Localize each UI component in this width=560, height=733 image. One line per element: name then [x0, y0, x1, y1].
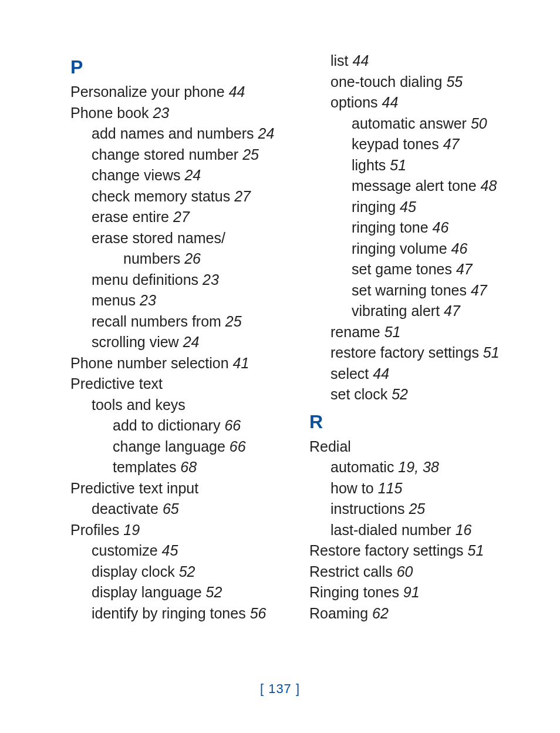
index-entry-page: 47 — [444, 302, 460, 319]
index-entry-text: Phone number selection — [70, 355, 229, 371]
index-entry: tools and keys — [70, 395, 286, 416]
index-entry-page: 51 — [468, 542, 484, 559]
index-entry-page: 46 — [433, 219, 449, 236]
index-entry-page: 19, 38 — [398, 459, 439, 475]
index-entry-page: 46 — [451, 240, 468, 257]
index-entry: one-touch dialing 55 — [309, 72, 525, 93]
index-entry: message alert tone 48 — [309, 176, 525, 197]
index-entry-line: ringing volume 46 — [309, 238, 525, 260]
index-entry: Personalize your phone 44 — [70, 82, 286, 103]
index-entry-page: 68 — [180, 459, 197, 475]
index-entry-line: display language 52 — [70, 582, 286, 603]
index-entry-line: change stored number 25 — [70, 144, 286, 166]
index-entry-text: list — [330, 52, 349, 69]
index-entry-line: Phone number selection 41 — [70, 353, 286, 374]
index-entry-text: how to — [330, 480, 374, 496]
index-entry-line: erase entire 27 — [70, 207, 286, 228]
index-entry: vibrating alert 47 — [309, 301, 525, 322]
index-entry-line: Personalize your phone 44 — [70, 82, 286, 103]
index-entry-text: customize — [92, 542, 158, 559]
index-entry-text: set game tones — [352, 261, 452, 277]
index-section-letter: R — [309, 405, 525, 436]
index-entry-text: automatic — [330, 459, 394, 475]
index-entry-text: Predictive text — [70, 375, 163, 392]
page-number: [ 137 ] — [0, 680, 560, 698]
index-entry-text: menu definitions — [92, 271, 198, 288]
index-entry-line: erase stored names/ — [70, 228, 286, 249]
index-entry: ringing 45 — [309, 197, 525, 218]
index-entry-line: deactivate 65 — [70, 499, 286, 520]
index-entry-page: 55 — [446, 73, 463, 90]
index-entry-text: Predictive text input — [70, 480, 198, 496]
index-entry-line: ringing tone 46 — [309, 217, 525, 238]
index-entry-page: 44 — [229, 83, 245, 100]
index-entry-page: 62 — [372, 605, 389, 621]
index-entry: options 44 — [309, 92, 525, 113]
index-entry-text: add names and numbers — [92, 125, 254, 142]
index-entry: Redial — [309, 436, 525, 458]
index-entry: set warning tones 47 — [309, 280, 525, 301]
index-entry: keypad tones 47 — [309, 134, 525, 155]
index-entry: change views 24 — [70, 165, 286, 186]
index-entry-line: automatic 19, 38 — [309, 457, 525, 478]
index-entry-text: display clock — [92, 563, 175, 580]
index-entry: Restrict calls 60 — [309, 561, 525, 583]
index-entry-page: 23 — [140, 292, 156, 308]
index-entry-page: 52 — [179, 563, 195, 580]
index-entry-text: Redial — [309, 438, 351, 455]
index-entry: erase stored names/numbers 26 — [70, 228, 286, 270]
index-entry-page: 23 — [153, 105, 169, 121]
index-entry-page: 41 — [233, 355, 249, 371]
index-entry: customize 45 — [70, 540, 286, 561]
index-entry-text: add to dictionary — [113, 417, 220, 433]
index-section-letter: P — [70, 51, 286, 82]
index-entry-page: 51 — [384, 324, 401, 340]
index-entry: automatic answer 50 — [309, 113, 525, 135]
index-entry-text: change language — [113, 438, 225, 455]
index-entry-line: change language 66 — [70, 436, 286, 458]
index-entry-line: Restrict calls 60 — [309, 561, 525, 583]
index-entry: identify by ringing tones 56 — [70, 603, 286, 624]
index-entry-text: automatic answer — [352, 115, 467, 132]
index-entry-line: restore factory settings 51 — [309, 342, 525, 364]
index-entry: set clock 52 — [309, 384, 525, 405]
index-entry-text: menus — [92, 292, 136, 308]
index-entry-text: erase stored names/ — [92, 230, 225, 246]
index-entry: Profiles 19 — [70, 520, 286, 541]
index-entry-text: options — [330, 94, 378, 110]
index-entry-page: 23 — [203, 271, 219, 288]
index-entry-page: 60 — [397, 563, 413, 580]
index-entry-line: message alert tone 48 — [309, 176, 525, 197]
index-entry-line: Redial — [309, 436, 525, 458]
index-entry: restore factory settings 51 — [309, 342, 525, 364]
index-entry-line: ringing 45 — [309, 197, 525, 218]
index-entry-line: last-dialed number 16 — [309, 520, 525, 541]
index-entry-text: identify by ringing tones — [92, 605, 246, 621]
index-entry: lights 51 — [309, 155, 525, 176]
index-entry: ringing volume 46 — [309, 238, 525, 260]
index-entry-page: 52 — [392, 386, 408, 402]
index-entry: Predictive text — [70, 374, 286, 395]
index-entry-page: 19 — [123, 522, 140, 538]
index-entry-page: 91 — [403, 584, 420, 600]
index-entry: display language 52 — [70, 582, 286, 603]
index-entry: set game tones 47 — [309, 259, 525, 280]
index-entry: change language 66 — [70, 436, 286, 458]
index-entry: add names and numbers 24 — [70, 123, 286, 144]
index-entry-text: Personalize your phone — [70, 83, 225, 100]
index-entry-page: 48 — [481, 177, 497, 194]
index-entry-line: change views 24 — [70, 165, 286, 186]
index-entry-line: identify by ringing tones 56 — [70, 603, 286, 624]
index-entry-text: Phone book — [70, 105, 149, 121]
index-entry-line: Roaming 62 — [309, 603, 525, 624]
index-entry-text: Roaming — [309, 605, 368, 621]
index-entry-text: numbers — [123, 250, 180, 267]
index-entry: Predictive text input — [70, 478, 286, 499]
index-entry: change stored number 25 — [70, 144, 286, 166]
index-entry-line: options 44 — [309, 92, 525, 113]
index-columns: PPersonalize your phone 44Phone book 23a… — [70, 51, 525, 638]
index-entry: last-dialed number 16 — [309, 520, 525, 541]
index-entry-line: automatic answer 50 — [309, 113, 525, 135]
index-entry-page: 56 — [250, 605, 266, 621]
index-entry-page: 27 — [173, 209, 190, 225]
